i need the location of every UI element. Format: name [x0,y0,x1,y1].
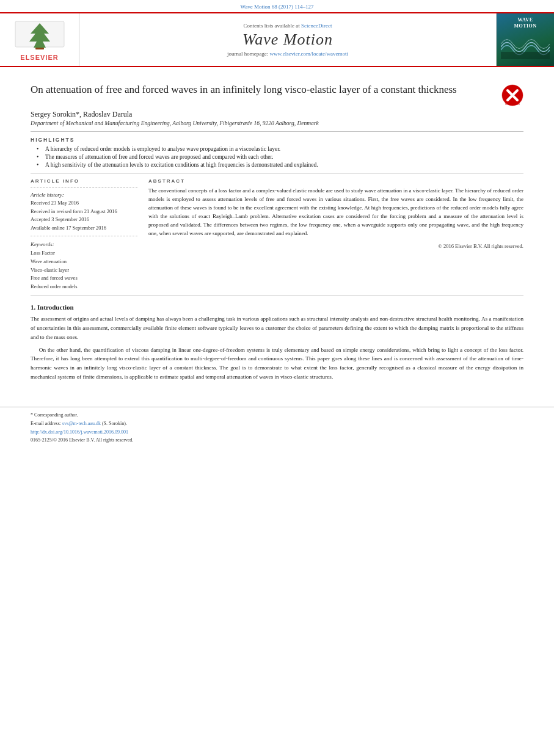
rule-article-history [31,187,137,188]
affiliation: Department of Mechanical and Manufacturi… [31,120,523,126]
email-link[interactable]: svs@m-tech.aau.dk [62,421,101,426]
received-date: Received 23 May 2016 [31,199,137,208]
highlight-item-3: A high sensitivity of the attenuation le… [37,162,523,168]
intro-para-2: On the other hand, the quantification of… [31,346,523,382]
authors-text: Sergey Sorokin*, Radoslav Darula [31,110,132,118]
history-title: Article history: [31,192,137,198]
sciencedirect-link[interactable]: Contents lists available at ScienceDirec… [244,23,332,29]
rule-after-affiliation [31,131,523,132]
accepted-date: Accepted 3 September 2016 [31,216,137,224]
copyright-text: © 2016 Elsevier B.V. All rights reserved… [148,243,523,249]
keyword-1: Loss Factor [31,249,137,258]
highlight-item-1: A hierarchy of reduced order models is e… [37,146,523,152]
homepage-url[interactable]: www.elsevier.com/locate/wavemoti [270,51,348,57]
crossmark-logo[interactable]: CrossMark [501,84,523,106]
keyword-4: Free and forced waves [31,274,137,283]
cover-title: WAVEMOTION [514,17,536,29]
page: Wave Motion 68 (2017) 114–127 ELSEVIER C… [0,0,554,756]
doi-line: http://dx.doi.org/10.1016/j.wavemoti.201… [31,428,523,437]
keyword-5: Reduced order models [31,283,137,291]
article-info-abstract: ARTICLE INFO Article history: Received 2… [31,178,523,291]
intro-heading: 1. Introduction [31,303,523,311]
rule-after-highlights [31,173,523,173]
cover-art: WAVEMOTION [497,13,554,66]
svg-rect-2 [35,48,44,49]
email-suffix: (S. Sorokin). [102,421,127,426]
journal-title-area: Contents lists available at ScienceDirec… [79,13,496,66]
keyword-2: Wave attenuation [31,258,137,266]
contents-text: Contents lists available at [244,23,300,29]
svg-text:CrossMark: CrossMark [505,102,520,106]
journal-volume-text: Wave Motion 68 (2017) 114–127 [241,4,314,10]
highlight-item-2: The measures of attenuation of free and … [37,154,523,160]
keyword-3: Visco-elastic layer [31,266,137,275]
rule-after-abstract [31,296,523,296]
revised-date: Received in revised form 21 August 2016 [31,208,137,216]
corresponding-author: * Corresponding author. [31,411,523,420]
highlights-label: HIGHLIGHTS [31,137,523,143]
keywords-title: Keywords: [31,241,137,247]
journal-cover-image: WAVEMOTION [496,13,554,66]
abstract-col: ABSTRACT The conventional concepts of a … [148,178,523,291]
highlights-list: A hierarchy of reduced order models is e… [37,146,523,168]
elsevier-tree-logo [12,18,67,52]
journal-volume-link[interactable]: Wave Motion 68 (2017) 114–127 [0,0,554,12]
intro-para-1: The assessment of origins and actual lev… [31,314,523,341]
keywords-section: Keywords: Loss Factor Wave attenuation V… [31,241,137,291]
authors: Sergey Sorokin*, Radoslav Darula [31,110,523,119]
article-info-col: ARTICLE INFO Article history: Received 2… [31,178,137,291]
doi-link[interactable]: http://dx.doi.org/10.1016/j.wavemoti.201… [31,429,128,435]
homepage-text: journal homepage: www.elsevier.com/locat… [227,51,348,57]
main-content: On attenuation of free and forced waves … [0,67,554,394]
introduction-section: 1. Introduction The assessment of origin… [31,303,523,381]
homepage-label: journal homepage: [227,51,268,57]
journal-header: ELSEVIER Contents lists available at Sci… [0,12,554,67]
email-line: E-mail address: svs@m-tech.aau.dk (S. So… [31,420,523,428]
footnote-area: * Corresponding author. E-mail address: … [0,407,554,444]
rule-keywords [31,236,137,236]
journal-title: Wave Motion [242,31,333,49]
article-dates: Received 23 May 2016 Received in revised… [31,199,137,232]
highlights-section: HIGHLIGHTS A hierarchy of reduced order … [31,137,523,168]
svg-rect-3 [501,52,550,59]
elsevier-name: ELSEVIER [20,54,58,61]
email-label: E-mail address: [31,421,61,426]
elsevier-logo-area: ELSEVIER [0,13,79,66]
cover-wave-art [501,29,550,59]
abstract-text: The conventional concepts of a loss fact… [148,187,523,238]
corresponding-text: * Corresponding author. [31,412,78,418]
sciencedirect-anchor[interactable]: ScienceDirect [301,23,332,29]
keywords-list: Loss Factor Wave attenuation Visco-elast… [31,249,137,291]
issn-line: 0165-2125/© 2016 Elsevier B.V. All right… [31,436,523,445]
article-title-section: On attenuation of free and forced waves … [31,83,523,106]
abstract-label: ABSTRACT [148,178,523,184]
article-info-label: ARTICLE INFO [31,178,137,184]
available-date: Available online 17 September 2016 [31,224,137,233]
crossmark-icon: CrossMark [501,84,523,106]
article-title: On attenuation of free and forced waves … [31,83,494,97]
